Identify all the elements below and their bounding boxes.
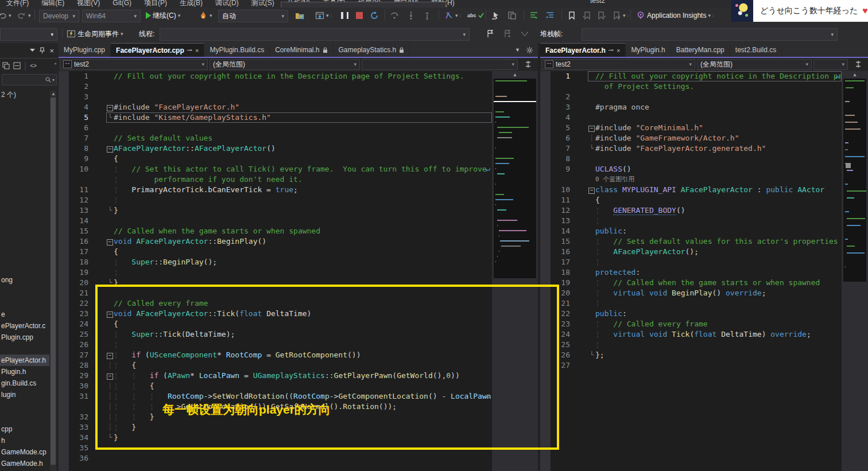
format-outdent-button[interactable] bbox=[545, 9, 555, 22]
fold-collapse-icon[interactable]: − bbox=[106, 143, 114, 154]
menu-item[interactable]: Git(G) bbox=[106, 0, 138, 7]
gear-icon[interactable] bbox=[526, 46, 533, 54]
step-out-button[interactable] bbox=[423, 9, 432, 22]
solution-tree-item[interactable]: e bbox=[0, 309, 49, 320]
browser-link-button[interactable]: ▾⁞ bbox=[315, 9, 332, 22]
step-into-button[interactable] bbox=[406, 9, 416, 22]
document-tab[interactable]: test2.Build.cs bbox=[730, 43, 782, 57]
intellitrace-button[interactable]: ▾⁞ bbox=[444, 9, 462, 22]
fold-collapse-icon[interactable]: − bbox=[106, 102, 114, 112]
document-tab[interactable]: BatteryMan.cpp bbox=[671, 43, 730, 57]
select-mode-button[interactable] bbox=[491, 9, 501, 22]
close-icon[interactable]: × bbox=[617, 47, 620, 54]
breakpoint-margin[interactable] bbox=[59, 71, 69, 471]
minimap-scrollbar[interactable]: ▲ bbox=[492, 71, 538, 471]
document-tab[interactable]: GameplayStatics.h bbox=[334, 43, 410, 57]
menu-item[interactable]: 测试(S) bbox=[245, 0, 281, 7]
lifecycle-events-button[interactable]: 生命周期事件 ▾ bbox=[67, 27, 123, 41]
view-code-icon[interactable]: <> bbox=[30, 63, 37, 69]
scope-dropdown[interactable]: (全局范围)▾ bbox=[697, 59, 812, 70]
tab-overflow-icon[interactable]: ▼ bbox=[515, 47, 520, 53]
solution-tree-item[interactable]: ong bbox=[0, 274, 49, 286]
fold-collapse-icon[interactable]: − bbox=[106, 371, 114, 381]
menu-item[interactable]: 项目(P) bbox=[138, 0, 173, 7]
album-art-thumbnail[interactable] bbox=[731, 0, 753, 22]
sync-selection-icon[interactable] bbox=[2, 62, 10, 69]
fold-collapse-icon[interactable]: − bbox=[588, 185, 595, 195]
solution-tree-item[interactable]: gin.Build.cs bbox=[0, 377, 49, 389]
pause-button[interactable] bbox=[341, 9, 348, 22]
pin-icon[interactable] bbox=[40, 47, 45, 54]
sidebar-scrollbar[interactable] bbox=[50, 91, 56, 471]
document-tab[interactable]: FacePlayerActor.h⊸× bbox=[540, 43, 626, 57]
thread-combo[interactable]: ▾ bbox=[160, 28, 470, 41]
clear-bookmarks-button[interactable]: ▾⁞ bbox=[612, 9, 629, 22]
project-dropdown[interactable]: ⁺⁺test2▾ bbox=[541, 59, 695, 70]
stop-button[interactable] bbox=[356, 9, 363, 22]
scroll-up-icon[interactable]: ▲ bbox=[842, 72, 868, 77]
document-tab[interactable]: CoreMinimal.h bbox=[270, 43, 333, 57]
close-icon[interactable]: × bbox=[195, 47, 199, 54]
prev-bookmark-button[interactable] bbox=[582, 9, 591, 22]
browse-code-button[interactable] bbox=[295, 9, 304, 22]
clipboard-button[interactable] bbox=[507, 9, 517, 22]
fold-collapse-icon[interactable]: − bbox=[588, 123, 595, 133]
solution-tree-item[interactable]: ePlayerActor.c bbox=[0, 320, 49, 332]
fold-collapse-icon[interactable]: − bbox=[106, 350, 114, 360]
split-window-icon[interactable] bbox=[525, 60, 532, 68]
solution-tree-item[interactable]: lugin bbox=[0, 389, 49, 400]
solution-tree-item[interactable]: h bbox=[0, 435, 49, 446]
step-over-button[interactable] bbox=[390, 9, 400, 22]
solution-tree-item[interactable]: cpp bbox=[0, 423, 49, 435]
menu-item[interactable]: 视图(V) bbox=[71, 0, 106, 7]
chevron-down-icon[interactable] bbox=[30, 49, 35, 52]
split-window-icon[interactable] bbox=[855, 60, 862, 68]
fold-collapse-icon[interactable]: − bbox=[106, 236, 114, 247]
member-dropdown[interactable]: ▾ bbox=[813, 59, 848, 70]
document-tab[interactable]: MyPlugin.Build.cs bbox=[204, 43, 270, 57]
solution-tree-item[interactable]: GameMode.cp bbox=[0, 446, 49, 458]
solution-configuration-combo[interactable]: Develop▾ bbox=[39, 10, 79, 22]
menu-item[interactable]: 文件(F) bbox=[0, 0, 35, 7]
scroll-up-icon[interactable]: ▲ bbox=[51, 91, 56, 96]
toggle-bookmark-button[interactable] bbox=[567, 9, 576, 22]
undo-button[interactable]: ▾ bbox=[0, 9, 11, 22]
fold-collapse-icon[interactable]: − bbox=[106, 309, 114, 319]
hot-reload-button[interactable]: ▾ bbox=[199, 9, 212, 22]
menu-item[interactable]: 调试(D) bbox=[209, 0, 245, 7]
solution-tree-item[interactable]: GameMode.h bbox=[0, 458, 49, 469]
next-bookmark-button[interactable] bbox=[597, 9, 606, 22]
solution-tree-item[interactable]: Plugin.cpp bbox=[0, 332, 49, 343]
show-flagged-only-button[interactable] bbox=[520, 27, 529, 41]
attach-mode-combo[interactable]: 自动▾ bbox=[218, 10, 288, 22]
format-indent-button[interactable] bbox=[529, 9, 538, 22]
pin-icon[interactable]: ⊸ bbox=[609, 46, 614, 54]
solution-platform-combo[interactable]: Win64▾ bbox=[82, 10, 141, 22]
flag-custom-button[interactable] bbox=[503, 27, 512, 41]
close-icon[interactable]: × bbox=[49, 46, 54, 55]
document-tab[interactable]: MyPlugin.cpp bbox=[59, 43, 111, 57]
scroll-up-icon[interactable]: ▲ bbox=[492, 72, 538, 77]
scope-dropdown[interactable]: (全局范围)▾ bbox=[210, 59, 360, 70]
stackframe-combo[interactable]: ▾ bbox=[582, 28, 838, 41]
breakpoint-margin[interactable] bbox=[540, 71, 551, 471]
redo-button[interactable]: ▾ bbox=[17, 9, 31, 22]
solution-tree-item[interactable]: ePlayerActor.h bbox=[0, 355, 49, 366]
heart-icon[interactable]: ♥ bbox=[862, 6, 868, 16]
pin-icon[interactable]: ⊸ bbox=[187, 46, 192, 54]
menu-item[interactable]: 编辑(E) bbox=[35, 0, 71, 7]
overflow-icon[interactable]: ” bbox=[55, 63, 59, 69]
debug-process-combo[interactable]: ▾ bbox=[0, 28, 57, 41]
member-dropdown[interactable]: ▾ bbox=[362, 59, 518, 70]
collapse-all-icon[interactable] bbox=[13, 62, 21, 69]
flag-thread-button[interactable] bbox=[486, 27, 495, 41]
solution-tree-item[interactable]: Plugin.h bbox=[0, 366, 49, 377]
document-tab[interactable]: FacePlayerActor.cpp⊸× bbox=[111, 43, 204, 57]
menu-item[interactable]: 生成(B) bbox=[173, 0, 209, 7]
solution-search-input[interactable]: ▾ bbox=[2, 74, 57, 85]
code-editor[interactable]: 1// Fill out your copyright notice in th… bbox=[540, 71, 868, 471]
application-insights-button[interactable]: Application Insights ▾⁞ bbox=[636, 9, 714, 22]
document-tab[interactable]: MyPlugin.h bbox=[626, 43, 671, 57]
spell-check-button[interactable]: abc bbox=[467, 9, 484, 22]
minimap-scrollbar[interactable]: ▲ bbox=[842, 71, 868, 471]
